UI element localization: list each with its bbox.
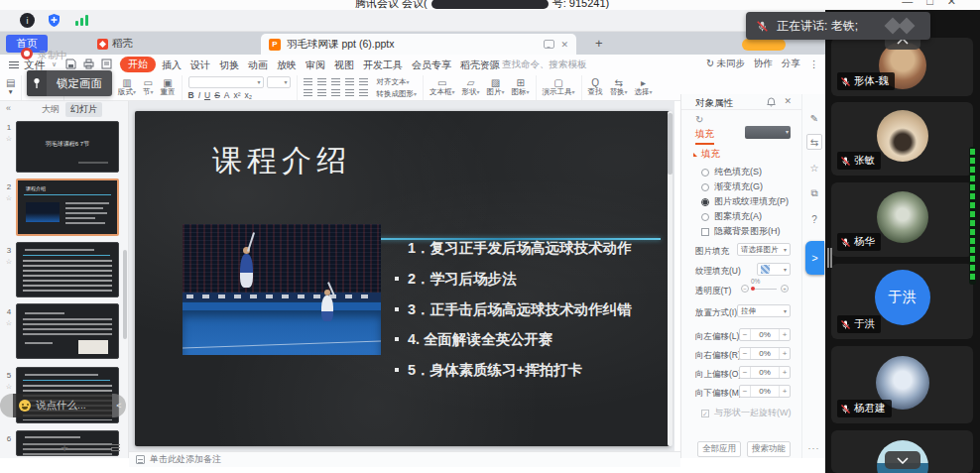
thumbnail-scrollbar[interactable] [123,250,127,339]
video-tile[interactable]: 于洪 于洪 [831,264,973,339]
offset-down-stepper[interactable]: −0%+ [739,385,791,398]
chat-input-placeholder[interactable]: 说点什么... [36,399,86,413]
menu-item-view[interactable]: 视图 [334,59,354,72]
comment-icon[interactable] [544,40,554,49]
layout-button[interactable]: ▥版式▾ [118,78,136,97]
offset-up-stepper[interactable]: −0%+ [739,366,791,379]
layers-window-icon[interactable]: ⧉ [806,185,822,201]
print-icon[interactable] [83,59,94,69]
close-button[interactable]: ✕ [947,0,970,7]
search-function-button[interactable]: 搜索功能 [747,441,791,457]
slide-thumbnail-2-selected[interactable]: 课程介绍 [16,178,119,236]
panel-drag-handle[interactable] [827,248,832,268]
slide-thumbnail-4[interactable] [16,303,119,359]
vip-upgrade-pill[interactable] [742,39,786,51]
close-tab-icon[interactable]: ✕ [560,40,568,50]
italic-button[interactable]: I [198,90,200,100]
collapse-panel-icon[interactable]: « [6,103,11,113]
command-search[interactable]: 查找命令、搜索模板 [489,58,638,72]
radio-pattern-fill[interactable]: 图案填充(A) [701,210,762,223]
meeting-info-icon[interactable]: i [20,13,35,28]
underline-button[interactable]: U [204,90,210,100]
collaborate-button[interactable]: 协作 [754,58,773,70]
superscript-button[interactable]: x² [234,90,241,100]
slide-canvas[interactable]: 课程介绍 1．复习正手发后场高远球技术动作 2．学习后场步法 3．正手击后场高远… [135,111,671,446]
share-button[interactable]: 分享 [782,58,800,70]
video-tile[interactable]: 张敏 [831,102,973,176]
new-tab-button[interactable]: + [595,36,603,51]
network-signal-icon[interactable] [75,15,88,26]
picture-fill-select[interactable]: 请选择图片 [737,243,791,256]
tab-slides[interactable]: 幻灯片 [65,102,102,117]
sync-status[interactable]: ↻ 未同步 [706,58,745,70]
textbox-button[interactable]: ▭文本框▾ [429,78,455,97]
menu-item-transition[interactable]: 切换 [219,59,239,72]
menu-item-home[interactable]: 开始 [120,57,156,72]
paragraph-align-icons[interactable] [304,78,370,98]
kebab-menu-icon[interactable]: ⋮ [809,59,819,69]
texture-fill-select[interactable] [757,263,791,276]
placement-select[interactable]: 拉伸 [737,304,791,317]
font-family-select[interactable] [188,76,264,88]
effects-edit-icon[interactable]: ✎ [806,110,822,126]
tab-document[interactable]: P 羽毛球网课 ppt (6).pptx ✕ [261,34,576,55]
select-button[interactable]: ▸选择▾ [635,78,653,97]
video-tile[interactable]: 杨君建 [831,346,973,423]
radio-solid-fill[interactable]: 纯色填充(S) [701,166,762,178]
shape-button[interactable]: ▱形状▾ [462,78,480,97]
slide-bullet-list[interactable]: 1．复习正手发后场高远球技术动作 2．学习后场步法 3．正手击后场高远球技术动作… [395,238,661,391]
slider-minus-icon[interactable]: − [741,285,749,293]
radio-picture-fill[interactable]: 图片或纹理填充(P) [701,195,789,208]
menu-item-devtools[interactable]: 开发工具 [363,59,403,72]
slider-handle[interactable] [751,287,755,291]
bell-icon[interactable] [767,97,776,109]
icon-button[interactable]: ⊞图标▾ [512,78,530,97]
section-button[interactable]: ▭节▾ [143,78,154,97]
bold-button[interactable]: B [188,90,194,100]
fill-section-header[interactable]: 填充 [693,148,720,161]
quick-chat-bar[interactable]: 说点什么... < [0,394,126,417]
tab-daoke[interactable]: 稻壳 [97,35,133,53]
paste-button[interactable]: ▤▾ [6,78,15,97]
slide-thumbnail-3[interactable] [16,242,119,297]
slide-sorter-icon[interactable] [111,444,120,451]
slide-photo-badminton[interactable] [183,224,381,355]
recommend-star-icon[interactable]: ☆ [806,160,822,176]
panel-more-button[interactable]: ··· [802,443,825,453]
video-tile[interactable]: 杨华 [831,182,973,257]
offset-right-stepper[interactable]: −0%+ [739,347,791,360]
refresh-icon[interactable]: ↻ [695,114,703,125]
align-text-button[interactable]: 对齐文本▾ [377,77,418,87]
checkbox-hide-background[interactable]: 隐藏背景图形(H) [701,225,781,238]
scroll-down-button[interactable] [885,451,920,469]
menu-icon[interactable] [9,61,19,68]
emoji-smiley-icon[interactable] [19,400,31,412]
convert-to-shape-button[interactable]: 转换成图形▾ [377,89,418,99]
menu-item-member[interactable]: 会员专享 [412,59,451,72]
preview-icon[interactable] [101,59,112,69]
apply-all-button[interactable]: 全部应用 [697,441,741,457]
minimize-button[interactable]: — [902,0,926,7]
security-shield-icon[interactable] [47,13,61,32]
help-icon[interactable]: ? [806,211,822,227]
fill-tab[interactable]: 填充 [695,128,714,145]
expand-video-panel-button[interactable]: > [805,241,824,275]
present-tools-button[interactable]: ▢演示工具▾ [543,78,575,97]
add-slide-button[interactable]: + [0,440,129,458]
radio-gradient-fill[interactable]: 渐变填充(G) [701,180,763,193]
reset-button[interactable]: ▣重置 [161,78,176,97]
strikethrough-button[interactable]: S [214,90,220,100]
picture-button[interactable]: ▨图片▾ [487,78,505,97]
maximize-button[interactable]: □ [926,0,947,7]
offset-left-stepper[interactable]: −0%+ [739,328,791,341]
properties-switch-icon[interactable]: ⇆ [806,134,822,150]
font-color-button[interactable]: A [224,90,230,100]
transparency-slider[interactable]: − 0% + [741,283,789,295]
tab-outline[interactable]: 大纲 [42,103,60,116]
menu-item-slideshow[interactable]: 放映 [277,59,297,72]
object-selector-blurred[interactable] [745,126,791,139]
menu-item-insert[interactable]: 插入 [162,59,182,72]
menu-item-design[interactable]: 设计 [190,59,210,72]
menu-item-animation[interactable]: 动画 [248,59,268,72]
font-size-select[interactable] [267,76,291,88]
